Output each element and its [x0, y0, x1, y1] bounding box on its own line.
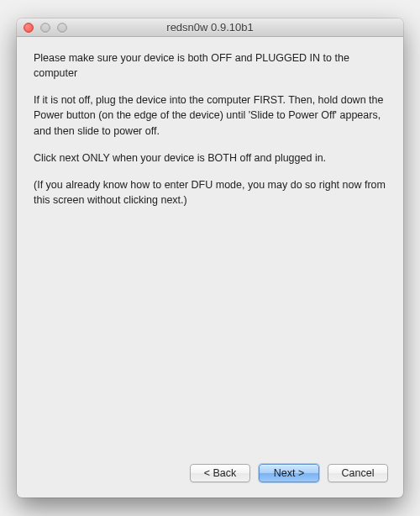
zoom-icon: [57, 23, 67, 33]
content-area: Please make sure your device is both OFF…: [17, 37, 403, 454]
button-row: < Back Next > Cancel: [17, 454, 403, 498]
instruction-text-3: Click next ONLY when your device is BOTH…: [34, 150, 386, 166]
instruction-text-2: If it is not off, plug the device into t…: [34, 92, 386, 138]
next-button[interactable]: Next >: [259, 464, 319, 482]
instruction-text-1: Please make sure your device is both OFF…: [34, 50, 386, 81]
instruction-text-4: (If you already know how to enter DFU mo…: [34, 177, 386, 208]
cancel-button[interactable]: Cancel: [328, 464, 388, 482]
app-window: redsn0w 0.9.10b1 Please make sure your d…: [17, 18, 403, 498]
minimize-icon: [40, 23, 50, 33]
traffic-lights: [24, 23, 67, 33]
titlebar: redsn0w 0.9.10b1: [17, 18, 403, 37]
window-title: redsn0w 0.9.10b1: [17, 21, 403, 34]
back-button[interactable]: < Back: [190, 464, 250, 482]
close-icon[interactable]: [24, 23, 34, 33]
